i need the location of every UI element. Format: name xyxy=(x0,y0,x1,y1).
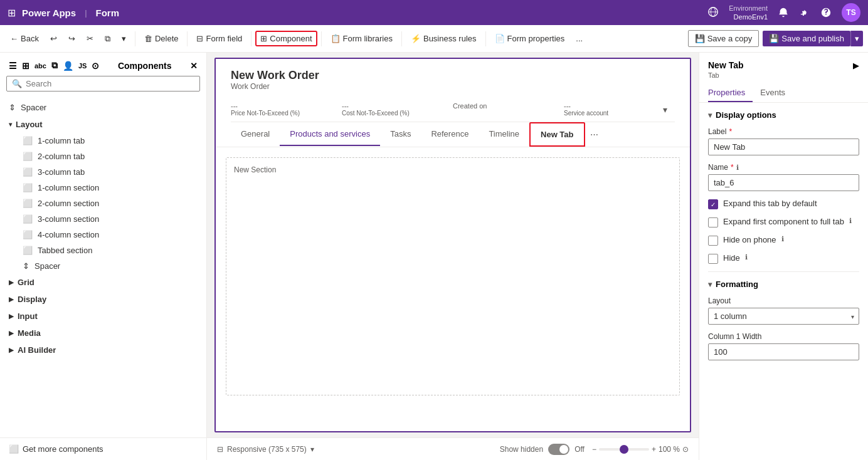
save-publish-button[interactable]: 💾 Save and publish xyxy=(763,31,850,46)
hide-info-icon[interactable]: ℹ xyxy=(745,253,748,261)
sidebar-item-1col-tab[interactable]: ⬜ 1-column tab xyxy=(0,133,206,149)
layout-chevron-icon: ▾ xyxy=(9,121,12,128)
sidebar-ai-section[interactable]: ▶ AI Builder xyxy=(0,342,206,358)
component-button[interactable]: ⊞ Component xyxy=(255,31,317,46)
label-field-label: Label * xyxy=(708,127,859,136)
hide-checkbox[interactable] xyxy=(708,254,718,264)
2col-section-icon: ⬜ xyxy=(23,199,33,208)
sidebar-search-container: 🔍 xyxy=(6,76,200,91)
avatar[interactable]: TS xyxy=(842,3,860,22)
sidebar-layout-section[interactable]: ▾ Layout xyxy=(0,116,206,133)
name-field-input[interactable] xyxy=(708,174,859,191)
zoom-level: 100 % xyxy=(659,445,680,454)
sidebar-input-section[interactable]: ▶ Input xyxy=(0,308,206,325)
tab-timeline[interactable]: Timeline xyxy=(479,123,529,146)
delete-icon: 🗑 xyxy=(144,34,152,43)
sidebar-close-icon[interactable]: ✕ xyxy=(190,61,198,71)
expand-first-info-icon[interactable]: ℹ xyxy=(849,217,852,225)
sidebar-item-4col-section[interactable]: ⬜ 4-column section xyxy=(0,227,206,243)
business-rules-button[interactable]: ⚡ Business rules xyxy=(406,31,482,46)
tab-more-button[interactable]: ⋯ xyxy=(585,123,603,145)
expand-first-component-checkbox[interactable] xyxy=(708,217,718,227)
form-properties-button[interactable]: 📄 Form properties xyxy=(490,31,570,46)
sidebar-item-1col-section[interactable]: ⬜ 1-column section xyxy=(0,180,206,196)
copy-button[interactable]: ⧉ xyxy=(100,31,115,47)
paste-dropdown-button[interactable]: ▾ xyxy=(117,31,131,46)
sidebar-item-2col-tab[interactable]: ⬜ 2-column tab xyxy=(0,149,206,164)
layout-select-wrapper: 1 column ▾ xyxy=(708,308,859,325)
tab-general[interactable]: General xyxy=(231,123,280,146)
form-subtitle: Work Order xyxy=(231,82,675,91)
hide-on-phone-checkbox[interactable] xyxy=(708,236,718,246)
tab-properties[interactable]: Properties xyxy=(708,84,753,102)
input-chevron-icon: ▶ xyxy=(9,313,14,320)
cut-button[interactable]: ✂ xyxy=(82,31,98,46)
col1-width-input[interactable] xyxy=(708,343,859,360)
sidebar-grid-icon[interactable]: ⊞ xyxy=(22,61,29,71)
sidebar-item-tabbed-section[interactable]: ⬜ Tabbed section xyxy=(0,243,206,258)
hide-phone-info-icon[interactable]: ℹ xyxy=(781,235,784,243)
zoom-in-button[interactable]: + xyxy=(652,445,656,454)
layout-select[interactable]: 1 column xyxy=(708,308,859,325)
responsive-button[interactable]: ⊟ Responsive (735 x 575) ▾ xyxy=(217,445,314,454)
sidebar-item-spacer-bottom[interactable]: ⇕ Spacer xyxy=(0,258,206,274)
section-divider xyxy=(708,271,859,272)
ai-chevron-icon: ▶ xyxy=(9,347,14,353)
bell-icon[interactable] xyxy=(778,7,789,18)
redo-button[interactable]: ↪ xyxy=(63,31,80,46)
form-section-new[interactable]: New Section xyxy=(226,157,680,395)
zoom-fit-icon[interactable]: ⊙ xyxy=(682,445,689,454)
environment-icon[interactable] xyxy=(707,6,719,18)
3col-tab-icon: ⬜ xyxy=(23,167,33,177)
delete-button[interactable]: 🗑 Delete xyxy=(139,31,184,46)
right-panel-expand-icon[interactable]: ▶ xyxy=(853,61,859,70)
settings-icon[interactable] xyxy=(799,7,810,18)
top-bar-right: Environment DemoEnv1 TS xyxy=(707,3,860,22)
sidebar-item-3col-section[interactable]: ⬜ 3-column section xyxy=(0,211,206,227)
tab-reference[interactable]: Reference xyxy=(421,123,479,146)
sidebar-item-2col-section[interactable]: ⬜ 2-column section xyxy=(0,196,206,211)
zoom-slider[interactable] xyxy=(599,448,649,451)
bottom-bar: ⊟ Responsive (735 x 575) ▾ Show hidden O… xyxy=(207,437,699,460)
search-input[interactable] xyxy=(26,79,194,88)
form-field-button[interactable]: ⊟ Form field xyxy=(191,31,247,46)
undo-button[interactable]: ↩ xyxy=(45,31,62,46)
grid-icon[interactable]: ⊞ xyxy=(8,7,16,19)
env-info: Environment DemoEnv1 xyxy=(729,4,768,22)
save-copy-button[interactable]: 💾 Save a copy xyxy=(688,30,760,47)
formatting-section[interactable]: ▾ Formatting xyxy=(708,280,859,289)
display-options-section[interactable]: ▾ Display options xyxy=(708,110,859,120)
sidebar-grid-section[interactable]: ▶ Grid xyxy=(0,274,206,291)
show-hidden-toggle: Show hidden Off xyxy=(500,444,585,455)
sidebar-menu-icon[interactable]: ☰ xyxy=(9,61,17,71)
toolbar-sep-2 xyxy=(187,31,188,46)
more-button[interactable]: ... xyxy=(571,31,588,46)
help-icon[interactable] xyxy=(820,7,832,18)
save-publish-dropdown-button[interactable]: ▾ xyxy=(850,31,863,46)
fields-chevron-icon[interactable]: ▾ xyxy=(663,105,667,115)
form-libraries-button[interactable]: 📋 Form libraries xyxy=(326,31,398,46)
sidebar-api-icon[interactable]: ⊙ xyxy=(92,61,99,71)
sidebar-item-3col-tab[interactable]: ⬜ 3-column tab xyxy=(0,164,206,180)
toggle-switch[interactable] xyxy=(548,444,569,455)
sidebar-get-more[interactable]: ⬜ Get more components xyxy=(0,437,206,460)
sidebar-js-icon[interactable]: JS xyxy=(78,62,87,70)
tab-new-tab[interactable]: New Tab xyxy=(529,122,585,147)
name-info-icon[interactable]: ℹ xyxy=(736,164,739,172)
business-rules-icon: ⚡ xyxy=(411,34,421,43)
sidebar-abc-icon[interactable]: abc xyxy=(34,62,46,70)
sidebar-users-icon[interactable]: 👤 xyxy=(63,61,73,71)
tab-tasks[interactable]: Tasks xyxy=(380,123,421,146)
label-field-input[interactable] xyxy=(708,139,859,155)
sidebar-display-section[interactable]: ▶ Display xyxy=(0,291,206,308)
col1-width-label: Column 1 Width xyxy=(708,332,859,341)
tab-products[interactable]: Products and services xyxy=(280,123,380,146)
sidebar-item-spacer-top[interactable]: ⇕ Spacer xyxy=(0,99,206,116)
tab-events[interactable]: Events xyxy=(760,84,793,102)
zoom-out-button[interactable]: − xyxy=(592,445,596,454)
save-publish-group: 💾 Save and publish ▾ xyxy=(763,31,863,46)
sidebar-media-section[interactable]: ▶ Media xyxy=(0,325,206,342)
expand-tab-default-checkbox[interactable]: ✓ xyxy=(708,199,718,209)
sidebar-layers-icon[interactable]: ⧉ xyxy=(51,60,58,71)
back-button[interactable]: ← Back xyxy=(5,31,44,46)
